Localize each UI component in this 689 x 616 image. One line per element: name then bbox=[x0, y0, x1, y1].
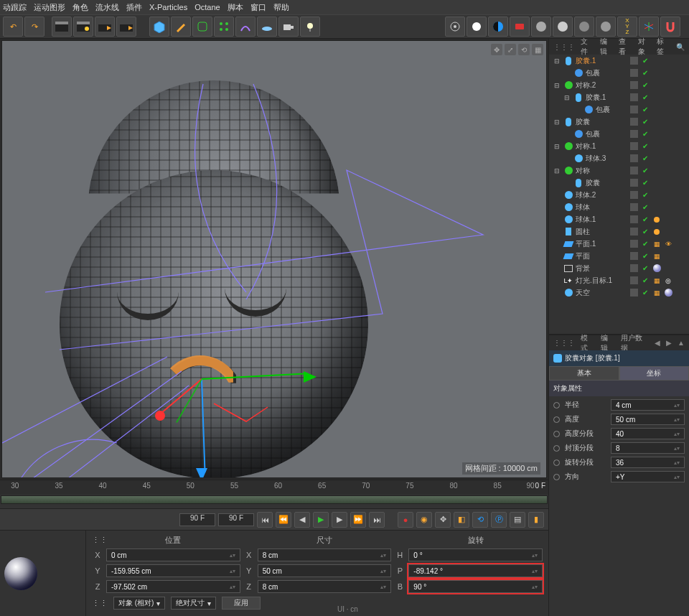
circle-icon[interactable] bbox=[467, 17, 487, 37]
object-name[interactable]: 平面.1 bbox=[576, 239, 627, 249]
frame-end-input[interactable]: 90 F bbox=[218, 513, 254, 526]
object-tree[interactable]: ⊟胶囊.1✔包裹✔⊟对称.2✔⊟胶囊.1✔包裹✔⊟胶囊✔包裹✔⊟对称.1✔球体.… bbox=[549, 55, 689, 335]
menu-tracking[interactable]: 动跟踪 bbox=[3, 2, 27, 13]
anim-dot-icon[interactable] bbox=[553, 474, 560, 480]
menu-script[interactable]: 脚本 bbox=[228, 2, 243, 13]
expand-icon[interactable]: ⊟ bbox=[554, 118, 561, 126]
enable-tag-icon[interactable]: ✔ bbox=[640, 56, 650, 66]
layer-tag-icon[interactable] bbox=[629, 93, 639, 103]
tree-row[interactable]: 圆柱✔ bbox=[549, 225, 689, 238]
timeline-ruler[interactable]: 30 35 40 45 50 55 60 65 70 75 80 85 90 0… bbox=[0, 480, 548, 495]
target-tag-icon[interactable]: ◎ bbox=[663, 276, 673, 286]
mat-tag-icon[interactable] bbox=[663, 288, 673, 298]
film-tag-icon[interactable]: ▦ bbox=[652, 276, 662, 286]
next-frame-button[interactable]: ▶ bbox=[332, 512, 347, 528]
tree-row[interactable]: 背景✔ bbox=[549, 262, 689, 274]
enable-tag-icon[interactable]: ✔ bbox=[640, 93, 650, 103]
layer-tag-icon[interactable] bbox=[629, 227, 639, 237]
attr-input[interactable]: 36▴▾ bbox=[611, 457, 685, 468]
goto-end-button[interactable]: ⏭ bbox=[369, 512, 385, 528]
expand-icon[interactable]: ⊟ bbox=[554, 167, 561, 174]
attr-input[interactable]: 40▴▾ bbox=[611, 428, 685, 439]
coord-mode-dropdown[interactable]: 对象 (相对)▾ bbox=[113, 597, 165, 610]
enable-tag-icon[interactable]: ✔ bbox=[640, 80, 650, 90]
attr-next-icon[interactable]: ▶ bbox=[666, 339, 672, 347]
object-name[interactable]: 胶囊 bbox=[576, 117, 627, 127]
key-all-button[interactable]: ▮ bbox=[528, 512, 544, 528]
size-input[interactable]: 8 cm▴▾ bbox=[258, 580, 392, 593]
enable-tag-icon[interactable]: ✔ bbox=[640, 202, 650, 213]
enable-tag-icon[interactable]: ✔ bbox=[640, 251, 650, 261]
object-name[interactable]: 灯光.目标.1 bbox=[576, 276, 627, 286]
object-name[interactable]: 背景 bbox=[576, 263, 627, 274]
enable-tag-icon[interactable]: ✔ bbox=[640, 227, 650, 237]
camera-gear-icon[interactable] bbox=[278, 17, 299, 37]
enable-tag-icon[interactable]: ✔ bbox=[640, 178, 650, 188]
tab-coord[interactable]: 坐标 bbox=[619, 366, 690, 381]
clapper3-icon[interactable] bbox=[95, 17, 115, 37]
tree-row[interactable]: 球体.3✔ bbox=[549, 152, 689, 164]
menu-pipeline[interactable]: 流水线 bbox=[95, 2, 119, 13]
expand-icon[interactable]: ⊟ bbox=[554, 57, 561, 65]
tab-basic[interactable]: 基本 bbox=[549, 366, 619, 381]
layer-tag-icon[interactable] bbox=[629, 56, 639, 66]
tree-row[interactable]: ⊟胶囊.1✔ bbox=[549, 91, 689, 103]
autokey-button[interactable]: ◉ bbox=[416, 512, 432, 528]
layer-tag-icon[interactable] bbox=[629, 129, 639, 139]
attr-input[interactable]: 4 cm▴▾ bbox=[611, 399, 685, 411]
menu-xparticles[interactable]: X-Particles bbox=[149, 3, 187, 11]
layer-tag-icon[interactable] bbox=[629, 105, 639, 115]
attr-input[interactable]: +Y▴▾ bbox=[611, 471, 685, 482]
tree-row[interactable]: 胶囊✔ bbox=[549, 177, 689, 189]
clapper1-icon[interactable] bbox=[52, 17, 72, 37]
pos-input[interactable]: 0 cm▴▾ bbox=[106, 549, 240, 561]
layer-tag-icon[interactable] bbox=[629, 239, 639, 249]
prev-frame-button[interactable]: ◀ bbox=[294, 512, 310, 528]
attr-input[interactable]: 50 cm▴▾ bbox=[611, 414, 685, 425]
goto-start-button[interactable]: ⏮ bbox=[257, 512, 273, 528]
enable-tag-icon[interactable]: ✔ bbox=[640, 117, 650, 127]
clapper2-icon[interactable] bbox=[73, 17, 93, 37]
mat-tag-icon[interactable] bbox=[652, 263, 662, 274]
anim-dot-icon[interactable] bbox=[553, 459, 560, 466]
layer-tag-icon[interactable] bbox=[629, 190, 639, 200]
play-button[interactable]: ▶ bbox=[313, 512, 329, 528]
floor-icon[interactable] bbox=[257, 17, 277, 37]
coord-abs-dropdown[interactable]: 绝对尺寸▾ bbox=[171, 597, 216, 610]
enable-tag-icon[interactable]: ✔ bbox=[640, 166, 650, 176]
anim-dot-icon[interactable] bbox=[553, 431, 560, 437]
object-name[interactable]: 胶囊.1 bbox=[586, 93, 627, 103]
object-name[interactable]: 包裹 bbox=[596, 105, 627, 115]
axis-z-arrow-icon[interactable] bbox=[155, 411, 165, 421]
undo-button[interactable]: ↶ bbox=[3, 17, 23, 37]
clapper4-icon[interactable] bbox=[116, 17, 136, 37]
rot-input[interactable]: -89.142 °▴▾ bbox=[408, 564, 543, 577]
layer-tag-icon[interactable] bbox=[629, 288, 639, 298]
object-name[interactable]: 对称 bbox=[576, 166, 627, 176]
tree-row[interactable]: 天空✔▦ bbox=[549, 286, 689, 299]
anim-dot-icon[interactable] bbox=[553, 445, 560, 452]
sphere-b-icon[interactable] bbox=[553, 17, 573, 37]
subdiv-icon[interactable] bbox=[192, 17, 212, 37]
pos-input[interactable]: -159.955 cm▴▾ bbox=[106, 564, 240, 577]
enable-tag-icon[interactable]: ✔ bbox=[640, 190, 650, 200]
object-name[interactable]: 圆柱 bbox=[576, 227, 627, 237]
film-tag-icon[interactable]: ▦ bbox=[652, 288, 662, 298]
key-scale-button[interactable]: ◧ bbox=[454, 512, 469, 528]
object-name[interactable]: 对称.2 bbox=[576, 80, 627, 90]
attr-prev-icon[interactable]: ◀ bbox=[655, 339, 660, 347]
object-name[interactable]: 胶囊.1 bbox=[576, 56, 627, 66]
object-name[interactable]: 对称.1 bbox=[576, 141, 627, 151]
dot-tag-icon[interactable] bbox=[652, 215, 662, 225]
menu-help[interactable]: 帮助 bbox=[273, 2, 289, 13]
pen-icon[interactable] bbox=[171, 17, 191, 37]
axis-tool-icon[interactable] bbox=[639, 17, 659, 37]
object-name[interactable]: 球体.1 bbox=[576, 215, 627, 225]
enable-tag-icon[interactable]: ✔ bbox=[640, 215, 650, 225]
layer-tag-icon[interactable] bbox=[629, 117, 639, 127]
frame-start-input[interactable]: 90 F bbox=[179, 513, 215, 526]
axis-y-arrow-icon[interactable] bbox=[196, 468, 207, 478]
apply-button[interactable]: 应用 bbox=[222, 597, 261, 610]
tree-row[interactable]: 平面✔▦ bbox=[549, 250, 689, 262]
next-key-button[interactable]: ⏩ bbox=[350, 512, 366, 528]
